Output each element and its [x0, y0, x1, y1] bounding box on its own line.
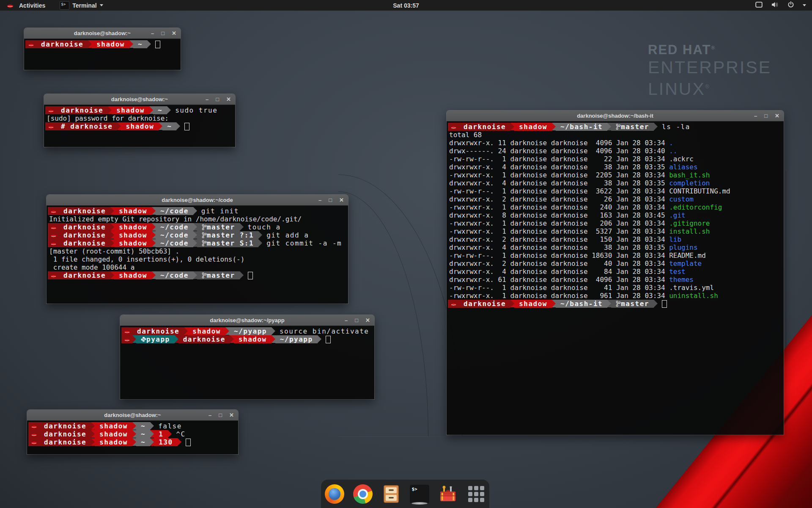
file-name: .travis.yml	[669, 284, 714, 292]
close-button[interactable]: ✕	[172, 28, 176, 39]
powerline-arrow	[152, 223, 156, 231]
app-menu-terminal[interactable]: $> Terminal	[57, 0, 105, 11]
minimize-button[interactable]: –	[206, 94, 208, 105]
maximize-button[interactable]: □	[219, 410, 222, 420]
dock-chrome-icon[interactable]	[353, 484, 373, 504]
volume-icon[interactable]	[771, 1, 779, 9]
clock[interactable]: Sat 03:57	[393, 2, 419, 9]
terminal-line: drwx------. 24 darknoise darknoise 4096 …	[448, 147, 784, 155]
prompt-segment: shadow	[514, 123, 552, 131]
titlebar[interactable]: darknoise@shadow:~/code –□✕	[47, 195, 348, 206]
terminal-line: create mode 100644 a	[48, 263, 348, 271]
titlebar[interactable]: darknoise@shadow:~ –□✕	[24, 28, 181, 39]
dock-firefox-icon[interactable]	[325, 484, 344, 504]
titlebar[interactable]: darknoise@shadow:~ –□✕	[44, 94, 235, 105]
terminal-cursor	[662, 300, 667, 308]
activities-button[interactable]: Activities	[4, 0, 48, 11]
prompt-segment	[448, 123, 459, 131]
maximize-button[interactable]: □	[161, 28, 165, 39]
powerline-arrow	[152, 207, 156, 215]
file-name: custom	[669, 195, 694, 203]
terminal-line: darknoiseshadow~/codemaster S:1git commi…	[48, 239, 348, 247]
minimize-button[interactable]: –	[345, 315, 348, 326]
caret-down-icon[interactable]	[803, 4, 806, 6]
prompt-segment: darknoise	[132, 327, 184, 335]
file-name: uninstall.sh	[669, 292, 718, 300]
terminal-line: drwxrwxr-x. 4 darknoise darknoise 38 Jan…	[448, 163, 784, 171]
powerline-arrow	[150, 422, 154, 430]
close-button[interactable]: ✕	[226, 94, 231, 105]
powerline-arrow	[129, 40, 133, 48]
maximize-button[interactable]: □	[355, 315, 358, 326]
prompt-segment	[48, 271, 59, 279]
titlebar[interactable]: darknoise@shadow:~ –□✕	[27, 410, 238, 421]
terminal-content[interactable]: darknoiseshadow~/pyappsource bin/activat…	[120, 326, 374, 399]
prompt-segment: darknoise	[56, 106, 108, 114]
prompt-segment	[28, 430, 39, 438]
prompt-segment: shadow	[112, 106, 149, 114]
terminal-line: -rw-rw-r--. 1 darknoise darknoise 41 Jan…	[448, 284, 784, 292]
command-text: false	[158, 422, 182, 430]
maximize-button[interactable]: □	[329, 195, 332, 205]
activities-label: Activities	[19, 2, 45, 9]
terminal-cursor	[184, 123, 189, 130]
prompt-segment: 130	[154, 438, 177, 446]
close-button[interactable]: ✕	[365, 315, 370, 326]
terminal-cursor	[326, 336, 331, 343]
terminal-content[interactable]: darknoiseshadow~falsedarknoiseshadow~1^C…	[27, 421, 238, 454]
terminal-line: drwxrwxr-x. 2 darknoise darknoise 26 Jan…	[448, 195, 784, 203]
terminal-content[interactable]: darknoiseshadow~sudo true[sudo] password…	[44, 105, 235, 147]
branch-icon	[616, 301, 621, 307]
minimize-button[interactable]: –	[151, 28, 154, 39]
terminal-content[interactable]: darknoiseshadow~/bash-itmasterls -latota…	[447, 121, 784, 435]
powerline-arrow	[184, 327, 188, 335]
dock-terminal-icon[interactable]: $>	[410, 484, 429, 504]
powerline-arrow	[193, 207, 197, 215]
command-text: sudo true	[175, 106, 217, 114]
minimize-button[interactable]: –	[754, 110, 757, 121]
maximize-button[interactable]: □	[216, 94, 219, 105]
dock-app-grid-icon[interactable]	[466, 484, 486, 504]
terminal-window-home-2: darknoise@shadow:~ –□✕ darknoiseshadow~f…	[27, 410, 238, 454]
powerline-arrow	[91, 438, 95, 446]
prompt-segment: ~	[136, 430, 150, 438]
prompt-segment: master	[197, 271, 240, 279]
display-icon[interactable]	[755, 2, 763, 9]
file-name: .gitignore	[669, 219, 710, 227]
power-icon[interactable]	[787, 1, 794, 9]
prompt-segment: ~	[162, 122, 176, 130]
branch-icon	[616, 124, 621, 130]
terminal-content[interactable]: darknoiseshadow~	[24, 39, 181, 70]
powerline-arrow	[654, 123, 658, 130]
prompt-segment: shadow	[114, 271, 152, 279]
titlebar[interactable]: darknoise@shadow:~/bash-it –□✕	[447, 110, 784, 121]
maximize-button[interactable]: □	[764, 110, 768, 121]
minimize-button[interactable]: –	[208, 410, 211, 420]
dock-toolbox-icon[interactable]	[438, 484, 458, 504]
terminal-line: darknoiseshadow~/codemaster	[48, 271, 348, 279]
dock-files-icon[interactable]	[381, 484, 401, 504]
close-button[interactable]: ✕	[775, 110, 779, 121]
terminal-line: drwxrwxr-x. 11 darknoise darknoise 4096 …	[448, 139, 784, 147]
redhat-icon	[31, 440, 37, 445]
terminal-line: # darknoiseshadow~	[45, 122, 235, 130]
prompt-segment: darknoise	[36, 40, 88, 48]
powerline-arrow	[272, 335, 275, 343]
dock: $>	[321, 480, 489, 508]
close-button[interactable]: ✕	[229, 410, 234, 420]
titlebar[interactable]: darknoise@shadow:~/pyapp –□✕	[120, 315, 374, 326]
terminal-line: drwxrwxr-x. 8 darknoise darknoise 163 Ja…	[448, 211, 784, 219]
prompt-segment: ~/code	[156, 231, 193, 239]
prompt-segment: ~/code	[156, 223, 193, 231]
prompt-segment	[48, 231, 59, 239]
branch-icon	[202, 232, 207, 238]
terminal-line: Initialized empty Git repository in /hom…	[48, 215, 348, 223]
terminal-content[interactable]: darknoiseshadow~/codegit initInitialized…	[47, 206, 348, 304]
close-button[interactable]: ✕	[339, 195, 344, 205]
app-menu-label: Terminal	[72, 2, 96, 9]
prompt-segment: master S:1	[197, 239, 258, 247]
prompt-segment: # darknoise	[56, 122, 117, 130]
prompt-segment: darknoise	[459, 123, 510, 131]
terminal-window-sudo: darknoise@shadow:~ –□✕ darknoiseshadow~s…	[44, 94, 235, 147]
minimize-button[interactable]: –	[318, 195, 321, 205]
